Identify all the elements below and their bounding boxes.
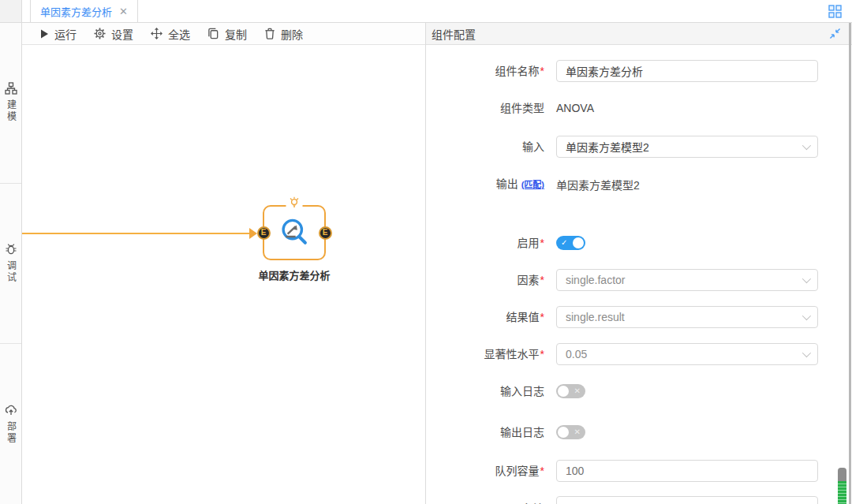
chevron-down-icon <box>802 349 811 357</box>
significance-select-value: 0.05 <box>566 348 587 360</box>
field-row-input: 输入 单因素方差模型2 <box>426 136 818 158</box>
tab-bar-spacer <box>138 0 824 22</box>
tab-close-icon[interactable]: ✕ <box>119 6 128 17</box>
output-port-letter: E <box>323 229 328 237</box>
connection-arrowhead-icon <box>249 228 257 239</box>
trash-icon <box>264 28 275 39</box>
cross-icon: ✕ <box>574 384 581 398</box>
enabled-toggle[interactable]: ✓ <box>556 236 585 250</box>
required-asterisk: * <box>540 237 544 249</box>
select-all-button[interactable]: 全选 <box>142 23 199 44</box>
queue-capacity-input[interactable] <box>556 460 818 482</box>
input-select[interactable]: 单因素方差模型2 <box>556 136 818 158</box>
field-row-result: 结果值* single.result <box>426 306 818 328</box>
type-label: 组件类型 <box>500 102 544 114</box>
flow-canvas[interactable]: E E 单因素方差分析 <box>22 45 425 504</box>
apps-grid-button[interactable] <box>824 0 846 22</box>
factor-label: 因素 <box>518 274 540 286</box>
factor-select[interactable]: single.factor <box>556 269 818 291</box>
chevron-down-icon <box>802 141 811 150</box>
analysis-magnifier-icon <box>278 217 310 248</box>
input-select-value: 单因素方差模型2 <box>566 139 649 155</box>
component-name-input[interactable] <box>556 60 818 82</box>
anova-node[interactable]: E E <box>263 205 326 260</box>
run-label: 运行 <box>54 26 77 42</box>
input-port-letter: E <box>261 229 267 237</box>
vertical-scrollbar[interactable] <box>849 23 851 504</box>
match-link[interactable]: (匹配) <box>521 180 544 189</box>
settings-label: 设置 <box>111 26 133 42</box>
lightbulb-icon <box>286 196 303 211</box>
sidebar-item-deploy[interactable]: 部署 <box>0 344 21 504</box>
required-asterisk: * <box>540 274 544 286</box>
name-label: 组件名称 <box>495 65 540 77</box>
queue-label: 队列容量 <box>495 465 540 477</box>
check-icon: ✓ <box>561 236 567 250</box>
result-select[interactable]: single.result <box>556 306 818 328</box>
sidebar-item-debug[interactable]: 调试 <box>0 184 21 345</box>
toggle-knob <box>558 427 569 438</box>
deploy-cloud-upload-icon <box>5 404 17 416</box>
tab-bar: 单因素方差分析 ✕ <box>0 0 852 23</box>
sidebar-label-debug: 调试 <box>6 260 16 284</box>
delete-button[interactable]: 删除 <box>256 23 312 44</box>
sidebar-item-modeling[interactable]: 建模 <box>0 23 21 184</box>
field-row-output: 输出(匹配) 单因素方差模型2 <box>426 173 818 196</box>
debug-bug-icon <box>5 243 17 256</box>
field-row-remark: 备注 <box>426 496 818 504</box>
delete-label: 删除 <box>281 26 303 42</box>
result-select-value: single.result <box>566 311 625 323</box>
enabled-label: 启用 <box>518 237 540 249</box>
connection-line <box>22 233 250 234</box>
modeling-nodes-icon <box>5 82 17 95</box>
required-asterisk: * <box>540 348 544 360</box>
field-row-name: 组件名称* <box>426 60 818 82</box>
copy-label: 复制 <box>225 26 247 42</box>
output-port[interactable]: E <box>319 226 332 240</box>
required-asterisk: * <box>540 65 544 77</box>
input-log-toggle[interactable]: ✕ <box>556 384 585 398</box>
apps-grid-icon <box>828 5 842 18</box>
cross-icon: ✕ <box>574 425 581 439</box>
remark-textarea[interactable] <box>556 496 818 504</box>
chevron-down-icon <box>802 274 811 283</box>
collapse-arrows-icon <box>829 28 841 39</box>
required-asterisk: * <box>540 311 544 323</box>
input-port[interactable]: E <box>257 226 271 240</box>
field-row-enabled: 启用* ✓ <box>426 232 818 254</box>
input-log-label: 输入日志 <box>500 385 544 398</box>
factor-select-value: single.factor <box>566 274 625 286</box>
select-all-label: 全选 <box>168 26 190 42</box>
copy-icon <box>207 28 219 39</box>
collapse-panel-button[interactable] <box>829 28 841 39</box>
field-row-queue: 队列容量* <box>426 460 818 482</box>
tab-label: 单因素方差分析 <box>40 4 112 19</box>
toggle-knob <box>573 237 584 248</box>
chevron-down-icon <box>802 312 811 320</box>
config-panel-header: 组件配置 <box>426 23 852 45</box>
move-crosshair-icon <box>151 28 163 39</box>
run-button[interactable]: 运行 <box>32 23 85 44</box>
copy-button[interactable]: 复制 <box>199 23 256 44</box>
tab-anova[interactable]: 单因素方差分析 ✕ <box>30 0 138 22</box>
config-panel: 组件配置 组件名称* 组件类型 ANOVA 输入 <box>426 23 852 504</box>
sidebar-label-deploy: 部署 <box>6 421 16 445</box>
status-indicator <box>838 468 846 504</box>
indicator-green-bars <box>838 481 846 504</box>
output-label: 输出 <box>496 177 518 190</box>
result-label: 结果值 <box>506 311 540 323</box>
play-icon <box>40 29 49 39</box>
significance-label: 显著性水平 <box>484 348 540 360</box>
app-window: 单因素方差分析 ✕ 建模 <box>0 0 852 504</box>
output-log-toggle[interactable]: ✕ <box>556 425 585 439</box>
field-row-input-log: 输入日志 ✕ <box>426 380 818 402</box>
indicator-cap <box>838 468 846 481</box>
toggle-knob <box>558 386 569 397</box>
component-type-value: ANOVA <box>556 102 594 114</box>
config-panel-title: 组件配置 <box>432 26 476 42</box>
field-row-output-log: 输出日志 ✕ <box>426 421 818 443</box>
field-row-type: 组件类型 ANOVA <box>426 97 818 119</box>
significance-select[interactable]: 0.05 <box>556 343 818 365</box>
config-form: 组件名称* 组件类型 ANOVA 输入 单因素方差模型2 <box>426 45 852 504</box>
settings-button[interactable]: 设置 <box>85 23 142 44</box>
